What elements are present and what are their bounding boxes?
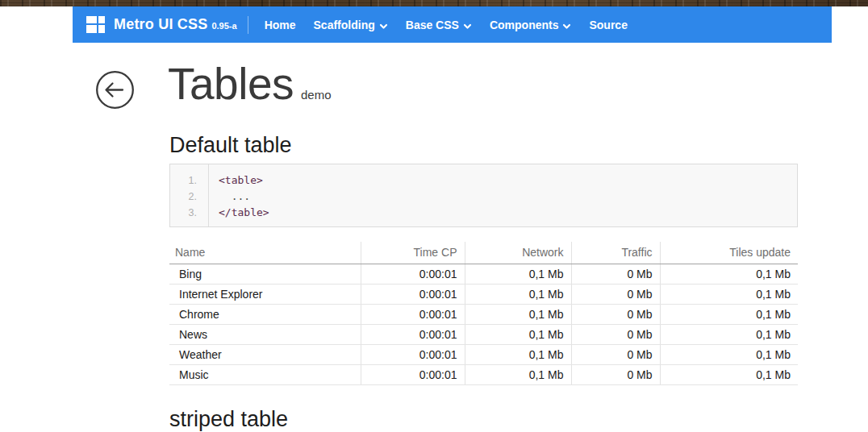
table-column-header: Traffic [571,242,660,264]
navbar-menu: Home Scaffolding Base CSS Components Sou… [248,6,636,43]
logo-tile [98,25,105,33]
page-subtitle: demo [301,88,332,102]
table-cell: 0,1 Mb [660,324,798,344]
table-cell: Chrome [169,304,361,324]
table-cell: 0 Mb [571,344,660,364]
table-cell: Bing [169,264,361,284]
table-row: Weather0:00:010,1 Mb0 Mb0,1 Mb [169,344,798,364]
table-cell: Weather [169,344,361,364]
arrow-left-circle-icon [95,70,136,110]
table-cell: 0 Mb [571,304,660,324]
table-column-header: Tiles update [660,242,798,264]
navbar-item-label: Components [490,19,559,31]
table-cell: 0,1 Mb [465,364,571,384]
background-texture-strip [0,0,868,6]
navbar-item-components[interactable]: Components [481,6,581,43]
table-row: Bing0:00:010,1 Mb0 Mb0,1 Mb [169,264,798,284]
metro-tiles-logo-icon[interactable] [86,16,105,33]
table-cell: 0:00:01 [361,284,465,304]
back-button[interactable] [95,70,136,110]
table-cell: 0:00:01 [361,304,465,324]
table-cell: Music [169,364,361,384]
navbar-item-home[interactable]: Home [256,6,305,43]
table-row: Music0:00:010,1 Mb0 Mb0,1 Mb [169,364,798,384]
code-text: <table> [208,172,263,189]
default-table: NameTime CPNetworkTrafficTiles update Bi… [169,242,798,385]
chevron-down-icon [379,23,388,30]
table-column-header: Name [169,242,361,264]
code-line: 3. </table> [170,205,797,221]
navbar-item-label: Source [589,19,627,31]
table-row: Internet Explorer0:00:010,1 Mb0 Mb0,1 Mb [169,284,798,304]
code-line: 2. ... [170,189,797,205]
code-gutter-divider [208,164,209,226]
table-cell: News [169,324,361,344]
chevron-down-icon [463,23,472,30]
table-cell: 0 Mb [571,364,660,384]
table-cell: 0,1 Mb [660,264,798,284]
table-cell: 0,1 Mb [465,284,571,304]
table-cell: 0:00:01 [361,324,465,344]
brand-version: 0.95-a [211,21,236,31]
navbar-item-label: Base CSS [406,19,459,31]
section-heading-striped-table: striped table [169,407,288,431]
logo-tile [86,25,97,33]
code-text: ... [208,189,250,205]
navbar-item-source[interactable]: Source [580,6,636,43]
logo-tile [86,16,97,23]
code-lines: 1. <table> 2. ... 3. </table> [170,172,797,221]
navbar-item-scaffolding[interactable]: Scaffolding [305,6,397,43]
table-header: NameTime CPNetworkTrafficTiles update [169,242,798,264]
table-cell: 0 Mb [571,284,660,304]
table-cell: 0 Mb [571,324,660,344]
page-title: Tables [168,60,294,108]
code-line: 1. <table> [170,172,797,189]
table-cell: 0,1 Mb [660,304,798,324]
table-cell: 0,1 Mb [660,344,798,364]
code-line-number: 1. [170,172,208,189]
table-cell: Internet Explorer [169,284,361,304]
table-row: News0:00:010,1 Mb0 Mb0,1 Mb [169,324,798,344]
table-cell: 0:00:01 [361,344,465,364]
code-line-number: 2. [170,189,208,205]
table-cell: 0,1 Mb [660,364,798,384]
navbar: Metro UI CSS 0.95-a Home Scaffolding Bas… [73,6,832,43]
table-cell: 0 Mb [571,264,660,284]
navbar-item-label: Home [265,19,296,31]
brand-link[interactable]: Metro UI CSS 0.95-a [114,16,237,33]
code-block: 1. <table> 2. ... 3. </table> [169,164,798,227]
code-line-number: 3. [170,205,208,221]
table-column-header: Network [465,242,571,264]
brand-name: Metro UI CSS [114,16,207,33]
table-header-row: NameTime CPNetworkTrafficTiles update [169,242,798,264]
navbar-item-base-css[interactable]: Base CSS [397,6,481,43]
table-body: Bing0:00:010,1 Mb0 Mb0,1 MbInternet Expl… [169,264,798,384]
table-cell: 0,1 Mb [465,344,571,364]
navbar-item-label: Scaffolding [314,19,375,31]
code-text: </table> [208,205,269,221]
page-header: Tables demo [168,60,332,108]
table-cell: 0,1 Mb [465,264,571,284]
table-cell: 0,1 Mb [465,324,571,344]
table-cell: 0,1 Mb [465,304,571,324]
table-column-header: Time CP [361,242,465,264]
section-heading-default-table: Default table [169,133,292,157]
table-cell: 0:00:01 [361,264,465,284]
logo-tile [98,16,105,23]
table-cell: 0,1 Mb [660,284,798,304]
chevron-down-icon [562,23,571,30]
table-row: Chrome0:00:010,1 Mb0 Mb0,1 Mb [169,304,798,324]
table-cell: 0:00:01 [361,364,465,384]
